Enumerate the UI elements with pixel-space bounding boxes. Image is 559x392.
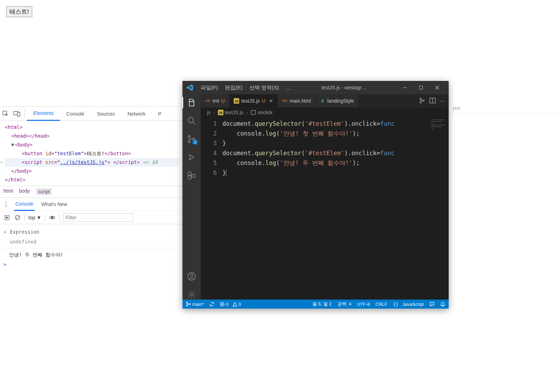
svg-rect-17	[188, 172, 191, 175]
drawer-tab-console[interactable]: Console	[14, 198, 35, 211]
svg-text:#: #	[321, 98, 324, 104]
menu-selection[interactable]: 선택 영역(S)	[249, 84, 279, 91]
breadcrumb-html[interactable]: html	[4, 188, 13, 195]
svg-text:JS: JS	[234, 99, 238, 103]
status-sync-icon[interactable]	[209, 302, 214, 307]
svg-point-37	[186, 305, 188, 306]
account-icon[interactable]	[187, 271, 196, 281]
status-position[interactable]: 줄 6, 열 2	[312, 301, 332, 307]
status-feedback-icon[interactable]	[429, 302, 435, 307]
svg-point-21	[190, 274, 193, 277]
svg-rect-8	[420, 86, 423, 89]
editor-tab[interactable]: JStestJS.jsU✕	[229, 94, 278, 108]
svg-point-36	[186, 302, 188, 303]
editor-area: <>tmlUJStestJS.jsU✕<>main.html#landingSt…	[201, 94, 449, 300]
tab-sources[interactable]: Sources	[91, 107, 121, 121]
console-output: ✕Expression undefined 안녕! 두 번째 함수야! >	[0, 224, 182, 272]
elements-tree[interactable]: <html> <head></head> ▼<body> <button id=…	[0, 121, 182, 186]
eye-icon[interactable]	[49, 214, 56, 221]
titlebar[interactable]: 파일(F) 편집(E) 선택 영역(S) … testJS.js - westa…	[182, 81, 449, 94]
undefined-value: undefined	[0, 237, 182, 247]
svg-point-11	[188, 117, 193, 123]
breadcrumb-script[interactable]: script	[36, 188, 52, 195]
svg-point-13	[188, 136, 190, 137]
tab-console[interactable]: Console	[60, 107, 90, 121]
bc-folder[interactable]: js	[207, 110, 211, 115]
editor-tab[interactable]: #landingStyle	[316, 94, 359, 108]
status-eol[interactable]: CRLF	[375, 302, 387, 307]
editor-tabs: <>tmlUJStestJS.jsU✕<>main.html#landingSt…	[201, 94, 449, 108]
tab-network[interactable]: Network	[121, 107, 152, 121]
scm-badge: 2	[192, 140, 198, 145]
svg-point-29	[420, 102, 421, 103]
vscode-window: 파일(F) 편집(E) 선택 영역(S) … testJS.js - westa…	[182, 81, 449, 309]
status-spaces[interactable]: 공백: 4	[337, 301, 351, 307]
background-hint: you	[449, 103, 559, 113]
device-toggle-icon[interactable]	[11, 108, 22, 119]
debug-icon[interactable]	[187, 152, 196, 162]
console-log-line: 안녕! 두 번째 함수야!	[4, 250, 63, 260]
statusbar: main* 0 0 줄 6, 열 2 공백: 4 UTF-8 CRLF {} J…	[182, 300, 449, 309]
inspect-element-icon[interactable]	[0, 108, 11, 119]
compare-changes-icon[interactable]	[419, 97, 425, 105]
svg-text:JS: JS	[219, 111, 222, 115]
menu-edit[interactable]: 편집(E)	[225, 84, 242, 91]
activity-bar: 2	[182, 94, 201, 300]
svg-point-22	[190, 293, 193, 296]
status-encoding[interactable]: UTF-8	[357, 302, 370, 307]
close-tab-icon[interactable]: ✕	[269, 98, 273, 104]
source-control-icon[interactable]: 2	[187, 134, 196, 144]
svg-point-14	[188, 141, 190, 143]
editor-tab[interactable]: <>main.html	[278, 94, 316, 108]
svg-point-30	[423, 100, 424, 101]
status-problems[interactable]: 0 0	[220, 302, 241, 307]
close-icon[interactable]	[429, 81, 445, 94]
status-bell-icon[interactable]	[440, 302, 445, 307]
split-editor-icon[interactable]	[429, 97, 436, 105]
breadcrumb-body[interactable]: body	[19, 188, 29, 195]
devtools-tabs: Elements Console Sources Network P	[0, 107, 182, 121]
maximize-icon[interactable]	[413, 81, 429, 94]
tab-elements[interactable]: Elements	[27, 107, 60, 121]
svg-point-28	[420, 98, 421, 99]
svg-point-6	[51, 217, 53, 219]
context-selector[interactable]: top ▼	[28, 215, 41, 220]
svg-line-5	[16, 216, 19, 219]
svg-line-12	[193, 122, 195, 124]
bc-symbol[interactable]: onclick	[250, 110, 272, 115]
minimize-icon[interactable]	[397, 81, 413, 94]
status-language[interactable]: {} JavaScript	[393, 302, 424, 307]
explorer-icon[interactable]	[187, 98, 196, 108]
editor-breadcrumb[interactable]: js › JStestJS.js › onclick	[201, 108, 449, 117]
extensions-icon[interactable]	[187, 171, 196, 180]
svg-text:<>: <>	[282, 98, 287, 103]
menu-overflow[interactable]: …	[286, 85, 291, 91]
tab-more[interactable]: P	[152, 107, 167, 121]
editor-tab[interactable]: <>tmlU	[201, 94, 229, 108]
menu-file[interactable]: 파일(F)	[201, 84, 218, 91]
svg-rect-18	[188, 176, 191, 179]
test-button[interactable]: 테스트!	[6, 6, 32, 17]
code-editor[interactable]: 123456 document.querySelector('#testElem…	[201, 117, 449, 300]
svg-marker-16	[190, 155, 194, 160]
devtools-panel: Elements Console Sources Network P <html…	[0, 106, 182, 310]
minimap[interactable]	[429, 117, 449, 300]
status-branch[interactable]: main*	[186, 302, 204, 307]
console-drawer: ⋮ Console What's New top ▼ ✕Expression u…	[0, 197, 182, 272]
close-expression-icon[interactable]: ✕	[4, 227, 10, 237]
settings-gear-icon[interactable]	[187, 290, 196, 300]
more-actions-icon[interactable]: ⋯	[440, 98, 445, 104]
console-prompt[interactable]: >	[0, 260, 182, 269]
elements-breadcrumbs: html body script	[0, 186, 182, 197]
console-filter-input[interactable]	[63, 213, 133, 222]
drawer-tab-whatsnew[interactable]: What's New	[40, 198, 68, 211]
clear-console-icon[interactable]	[14, 214, 21, 221]
svg-rect-19	[192, 174, 195, 178]
search-icon[interactable]	[187, 116, 196, 126]
drawer-menu-icon[interactable]: ⋮	[3, 200, 9, 208]
svg-rect-35	[251, 110, 255, 115]
vscode-logo-icon	[186, 84, 194, 91]
bc-file[interactable]: JStestJS.js	[218, 110, 243, 115]
play-icon[interactable]	[4, 214, 11, 221]
svg-point-38	[189, 303, 191, 305]
